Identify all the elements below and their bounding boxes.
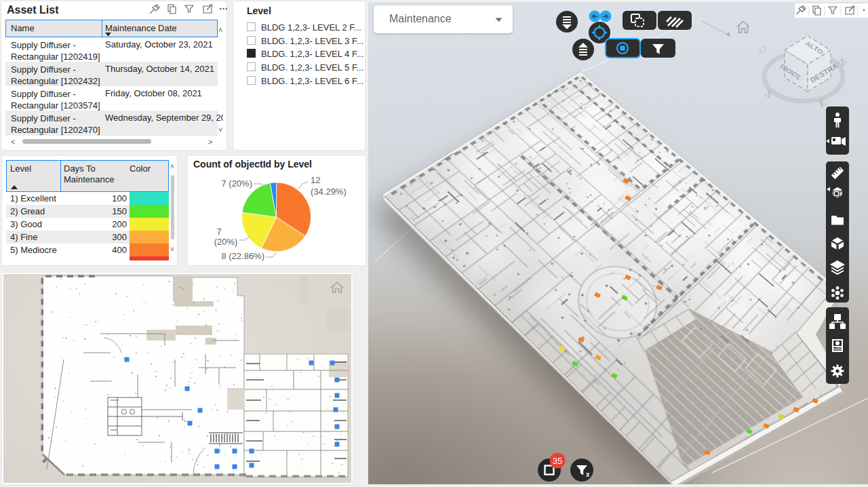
svg-text:12: 12 [311,175,320,185]
svg-text:(20%): (20%) [214,237,238,247]
svg-text:7 (20%): 7 (20%) [221,178,252,189]
svg-text:O: O [756,43,769,57]
svg-text:7: 7 [216,227,221,237]
svg-text:(34.29%): (34.29%) [311,187,347,197]
svg-text:8 (22.86%): 8 (22.86%) [221,251,264,261]
svg-text:x: x [586,471,590,478]
svg-text:35: 35 [553,456,562,466]
